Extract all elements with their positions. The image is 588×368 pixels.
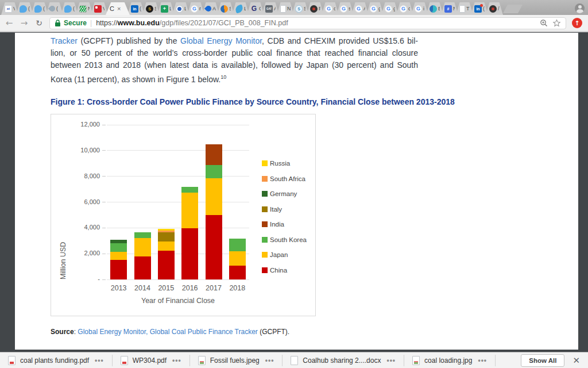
y-tick-label: 2,000 — [65, 250, 100, 256]
show-all-button[interactable]: Show All — [521, 354, 564, 367]
tab-17[interactable]: GATA — [262, 2, 279, 15]
tab-3[interactable]: ( — [46, 2, 63, 15]
legend-label: South Korea — [270, 236, 307, 243]
page-icon — [459, 5, 465, 13]
tab-21[interactable]: Gc — [322, 2, 339, 15]
tab-8[interactable]: in( — [127, 2, 145, 15]
profile-icon[interactable] — [575, 3, 585, 13]
tab-24[interactable]: Gg — [366, 2, 384, 15]
download-filename: Coalhub sharing 2....docx — [303, 356, 381, 365]
tab-0[interactable]: atV — [1, 2, 18, 15]
legend-label: Russia — [270, 160, 290, 167]
tab-16[interactable]: GC — [247, 2, 264, 15]
new-tab-button[interactable] — [503, 5, 523, 13]
twitter-bird-icon — [34, 5, 42, 13]
tab-title-fragment: / — [498, 6, 500, 12]
tracker-link[interactable]: Tracker — [51, 36, 78, 45]
dark-circle-s-icon: S — [146, 5, 153, 13]
source-links[interactable]: Global Energy Monitor, Global Coal Publi… — [78, 328, 257, 336]
extension-icon[interactable]: ↑ — [572, 18, 582, 28]
tab-19[interactable]: SS — [292, 2, 309, 15]
page-icon — [280, 5, 286, 13]
bar-segment-south-korea-2013 — [110, 243, 127, 252]
bar-segment-south-korea-2016 — [181, 187, 198, 193]
y-tick-mark — [102, 202, 106, 202]
address-bar[interactable]: Secure | https://www.bu.edu/gdp/files/20… — [49, 17, 566, 29]
tab-25[interactable]: Gg — [381, 2, 399, 15]
legend-item-japan: Japan — [262, 252, 307, 258]
tab-active[interactable]: C× — [106, 2, 130, 15]
bar-segment-china-2015 — [158, 251, 175, 279]
y-tick-mark — [102, 228, 106, 228]
legend-swatch-icon — [262, 160, 268, 166]
gridline — [107, 279, 249, 280]
tab-10[interactable]: +L — [157, 2, 175, 15]
bar-segment-china-2017 — [206, 215, 222, 279]
download-item-1[interactable]: WP304.pdf••• — [113, 352, 189, 368]
reload-button[interactable]: ↻ — [33, 18, 45, 28]
download-item-3[interactable]: Coalhub sharing 2....docx••• — [283, 352, 404, 368]
back-button[interactable]: ← — [3, 18, 15, 28]
bookmark-star-icon[interactable] — [552, 19, 561, 28]
tab-31[interactable]: in( — [471, 2, 488, 15]
bar-segment-russia-2015 — [158, 229, 175, 231]
tab-20[interactable]: F — [307, 2, 324, 15]
tab-18[interactable]: N — [277, 2, 294, 15]
legend-label: Japan — [270, 251, 288, 258]
tab-30[interactable]: T — [456, 2, 473, 15]
tab-29[interactable]: #N — [441, 2, 458, 15]
teal-circle-icon — [430, 5, 437, 13]
tab-title-fragment: ( — [483, 6, 485, 12]
tab-32[interactable]: / — [486, 2, 503, 15]
tab-27[interactable]: Gi — [411, 2, 428, 15]
legend-label: Italy — [270, 206, 282, 213]
tab-title-fragment: T — [466, 6, 470, 12]
tab-22[interactable]: Gs — [336, 2, 354, 15]
x-tick-label: 2018 — [226, 284, 249, 292]
y-tick-label: 10,000 — [65, 147, 100, 154]
download-menu-icon[interactable]: ••• — [265, 356, 274, 365]
download-item-2[interactable]: Fossil fuels.jpeg••• — [190, 352, 283, 368]
forward-button[interactable]: → — [18, 18, 30, 28]
tab-title-fragment: S — [229, 6, 231, 12]
tab-6[interactable]: V — [91, 2, 108, 15]
grey-badge-icon: GAT — [265, 5, 273, 13]
tab-close-icon[interactable]: × — [117, 6, 121, 12]
bar-segment-south-africa-2015 — [158, 231, 175, 232]
tab-11[interactable]: L — [172, 2, 189, 15]
download-menu-icon[interactable]: ••• — [172, 356, 181, 365]
tab-12[interactable]: Gr — [187, 2, 204, 15]
tab-strip: atV((((NVC×in(SS+LLGrASLGCGATANSSFGcGsGA… — [0, 0, 588, 15]
gridline — [107, 176, 249, 177]
download-menu-icon[interactable]: ••• — [386, 356, 396, 365]
download-menu-icon[interactable]: ••• — [95, 356, 104, 365]
download-item-4[interactable]: coal loading.jpg••• — [404, 352, 495, 368]
green-sheet-icon: + — [161, 5, 168, 13]
tab-9[interactable]: SS — [142, 2, 160, 15]
tab-2[interactable]: ( — [31, 2, 48, 15]
tab-1[interactable]: ( — [16, 2, 33, 15]
body-paragraph: Tracker (GCPFT) published by the Global … — [51, 35, 418, 86]
zoom-page-icon[interactable] — [540, 19, 548, 27]
tab-28[interactable]: E — [426, 2, 443, 15]
tab-title-fragment: r — [199, 6, 201, 12]
tab-title-fragment: L — [244, 6, 246, 12]
tab-5[interactable]: N — [76, 2, 93, 15]
security-chip-label: Secure — [64, 19, 87, 27]
tab-title-fragment: ( — [28, 6, 30, 12]
legend-item-russia: Russia — [262, 160, 307, 166]
bar-segment-japan-2015 — [158, 241, 175, 251]
url-text[interactable]: https://www.bu.edu/gdp/files/2021/07/GCI… — [96, 19, 535, 27]
download-item-0[interactable]: coal plants funding.pdf••• — [0, 352, 112, 368]
tab-26[interactable]: Gc — [396, 2, 413, 15]
tab-4[interactable]: ( — [61, 2, 78, 15]
url-divider: | — [90, 19, 92, 27]
google-g-icon: G — [400, 5, 407, 13]
global-energy-monitor-link[interactable]: Global Energy Monitor — [180, 36, 262, 45]
tab-15[interactable]: L — [232, 2, 249, 15]
tab-14[interactable]: S — [217, 2, 234, 15]
tab-13[interactable]: A — [202, 2, 219, 15]
downloads-close-icon[interactable]: ✕ — [572, 355, 580, 366]
download-menu-icon[interactable]: ••• — [478, 356, 487, 365]
tab-23[interactable]: GA — [351, 2, 369, 15]
